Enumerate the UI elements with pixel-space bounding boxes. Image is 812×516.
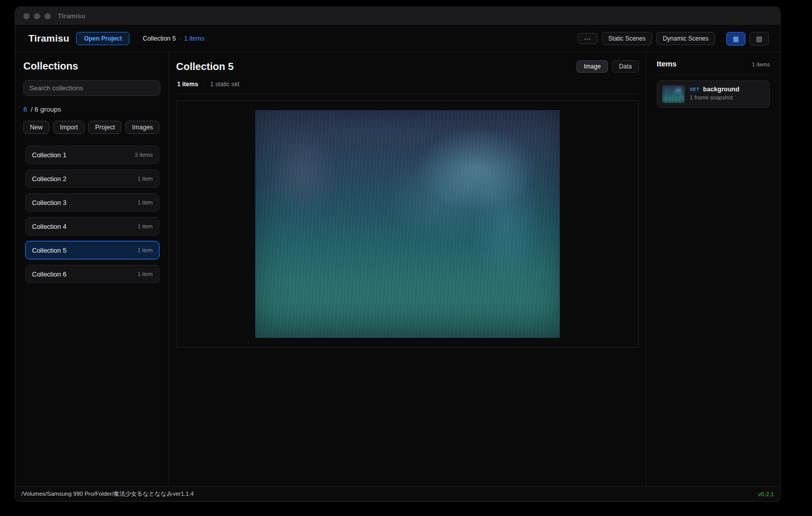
meta-divider (176, 94, 639, 94)
item-type-badge: SET (690, 87, 699, 92)
group-count: 6 / 6 groups (23, 106, 160, 113)
search-collections-input[interactable] (23, 80, 160, 96)
collections-sidebar: Collections 6 / 6 groups New Import Proj… (15, 52, 169, 486)
images-button[interactable]: Images (125, 121, 159, 134)
window-title: Tiramisu (58, 12, 85, 20)
app-window: Tiramisu Tiramisu Open Project Collectio… (15, 7, 780, 501)
new-collection-button[interactable]: New (23, 121, 49, 134)
view-toggle: ▦ ▤ (726, 32, 769, 46)
content-area: Collections 6 / 6 groups New Import Proj… (15, 52, 780, 486)
items-header: Items 1 items (657, 59, 770, 68)
project-button[interactable]: Project (88, 121, 121, 134)
status-bar: /Volumes/Samsung 990 Pro/Folder/魔法少女るなとな… (15, 486, 780, 501)
more-options-button[interactable]: ⋯ (578, 33, 598, 44)
breadcrumb-collection: Collection 5 (143, 35, 176, 42)
app-header: Tiramisu Open Project Collection 5 · 1 i… (15, 25, 780, 52)
preview-image[interactable] (255, 110, 560, 338)
grid-icon: ▦ (733, 35, 739, 43)
main-header: Collection 5 Image Data (176, 60, 639, 73)
collections-title: Collections (23, 60, 160, 72)
collection-title: Collection 5 (176, 61, 233, 73)
app-version: v0.2.1 (758, 491, 774, 497)
open-project-button[interactable]: Open Project (76, 32, 129, 45)
collection-name: Collection 3 (32, 199, 66, 207)
collection-name: Collection 2 (32, 175, 66, 183)
table-icon: ▤ (756, 35, 762, 43)
items-title: Items (657, 59, 676, 68)
collection-name: Collection 1 (32, 151, 66, 159)
collection-item-5[interactable]: Collection 5 1 item (25, 241, 159, 259)
collection-count: 1 item (138, 199, 153, 205)
collection-name: Collection 4 (32, 223, 66, 230)
project-path: /Volumes/Samsung 990 Pro/Folder/魔法少女るなとな… (21, 490, 194, 498)
static-scenes-button[interactable]: Static Scenes (602, 32, 652, 45)
breadcrumb-separator: · (179, 35, 181, 42)
item-subtitle: 1 frame snapshot (690, 94, 739, 100)
static-set-count: 1 static set (210, 81, 239, 88)
table-view-button[interactable]: ▤ (750, 32, 769, 46)
group-count-current: 6 (23, 106, 27, 113)
meta-separator: · (203, 81, 205, 88)
collection-count: 1 item (138, 176, 153, 182)
preview-stage (176, 100, 639, 348)
collection-name: Collection 5 (32, 247, 66, 254)
collection-item-4[interactable]: Collection 4 1 item (25, 217, 159, 235)
tab-data[interactable]: Data (612, 60, 639, 73)
minimize-window-icon[interactable] (34, 13, 40, 19)
breadcrumb-item-count: 1 items (184, 35, 205, 42)
collection-item-1[interactable]: Collection 1 3 items (25, 146, 159, 164)
breadcrumb: Collection 5 · 1 items (143, 35, 205, 42)
import-button[interactable]: Import (53, 121, 84, 134)
collection-name: Collection 6 (32, 270, 66, 278)
group-count-label: / 6 groups (31, 106, 61, 113)
collection-meta: 1 items · 1 static set (176, 81, 639, 88)
collection-count: 1 item (138, 271, 153, 277)
item-count: 1 items (177, 81, 198, 88)
main-panel: Collection 5 Image Data 1 items · 1 stat… (169, 52, 646, 486)
items-count: 1 items (752, 61, 770, 67)
collection-count: 1 item (138, 223, 153, 229)
sidebar-actions: New Import Project Images (23, 121, 160, 134)
collection-item-2[interactable]: Collection 2 1 item (25, 169, 159, 188)
close-window-icon[interactable] (23, 13, 29, 19)
item-name: background (703, 86, 739, 93)
items-panel: Items 1 items SET background 1 frame sna… (646, 52, 780, 486)
item-card-background[interactable]: SET background 1 frame snapshot (657, 80, 770, 108)
collection-count: 3 items (135, 152, 153, 158)
view-mode-tabs: Image Data (577, 60, 639, 73)
item-thumbnail (662, 85, 685, 103)
item-text: SET background 1 frame snapshot (690, 85, 739, 100)
collection-item-3[interactable]: Collection 3 1 item (25, 193, 159, 212)
tab-image[interactable]: Image (577, 60, 607, 73)
titlebar: Tiramisu (15, 7, 780, 25)
header-actions: ⋯ Static Scenes Dynamic Scenes ▦ ▤ (578, 32, 769, 46)
collection-item-6[interactable]: Collection 6 1 item (25, 265, 159, 283)
zoom-window-icon[interactable] (45, 13, 51, 19)
collection-list: Collection 1 3 items Collection 2 1 item… (23, 146, 160, 283)
app-name: Tiramisu (28, 33, 69, 44)
collection-count: 1 item (138, 247, 153, 253)
grid-view-button[interactable]: ▦ (726, 32, 746, 46)
items-divider (657, 75, 770, 75)
traffic-lights (23, 13, 51, 19)
dynamic-scenes-button[interactable]: Dynamic Scenes (656, 32, 715, 45)
